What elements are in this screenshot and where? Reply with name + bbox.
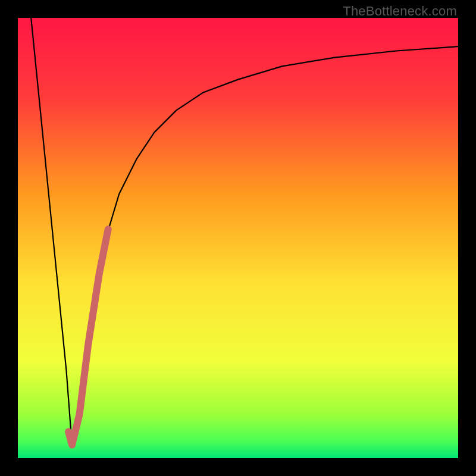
highlight-segment [68, 229, 108, 445]
chart-frame: TheBottleneck.com [0, 0, 476, 476]
curve-layer [18, 18, 458, 458]
plot-area [18, 18, 458, 458]
bottleneck-curve [31, 18, 458, 445]
watermark-text: TheBottleneck.com [343, 4, 457, 19]
